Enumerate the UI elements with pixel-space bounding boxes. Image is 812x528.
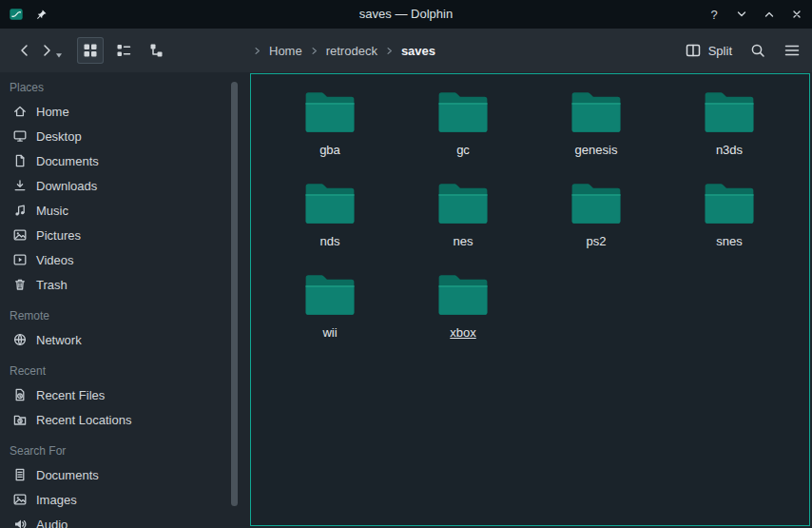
sidebar-item-label: Network	[36, 333, 82, 347]
breadcrumb-item[interactable]: saves	[401, 44, 435, 58]
home-icon	[12, 104, 28, 119]
folder-item[interactable]: genesis	[530, 89, 663, 181]
folder-view[interactable]: gba gc genesis n3ds	[250, 73, 810, 526]
sidebar-item-label: Recent Locations	[36, 413, 131, 427]
doc-search-icon	[12, 467, 28, 482]
dolphin-window: saves — Dolphin ? Home retrodeck	[0, 0, 812, 528]
split-button[interactable]: Split	[685, 42, 732, 59]
places-section: Remote Network	[0, 304, 228, 352]
places-section: Search For Documents Images	[0, 440, 228, 528]
chevron-right-icon	[310, 47, 319, 55]
sidebar-item[interactable]: Network	[0, 327, 228, 352]
folder-name: xbox	[450, 325, 475, 340]
sidebar-item[interactable]: Videos	[0, 247, 228, 272]
help-button[interactable]: ?	[706, 7, 722, 22]
folder-name: snes	[716, 234, 742, 248]
sidebar-item[interactable]: Home	[0, 99, 228, 124]
sidebar-item-label: Music	[36, 204, 68, 218]
sidebar-item[interactable]: Music	[0, 198, 228, 223]
trash-icon	[12, 277, 28, 292]
sidebar-item-label: Documents	[36, 468, 99, 482]
sidebar-scrollbar-thumb[interactable]	[231, 82, 238, 506]
folder-icon	[702, 89, 757, 135]
folder-name: n3ds	[716, 143, 743, 157]
window-title: saves — Dolphin	[0, 0, 812, 29]
folder-icon	[302, 181, 358, 226]
image-icon	[12, 492, 28, 507]
folder-item[interactable]: gba	[263, 89, 396, 181]
breadcrumb: Home retrodeck saves	[253, 29, 435, 72]
search-icon	[749, 42, 766, 59]
download-icon	[12, 178, 28, 193]
folder-icon	[702, 181, 757, 226]
toolbar: Home retrodeck saves Split	[0, 29, 812, 72]
places-section: Places Home Desktop	[0, 76, 228, 297]
history-dropdown-icon[interactable]	[54, 50, 64, 60]
sidebar-item[interactable]: Recent Locations	[0, 407, 228, 432]
sidebar-item-label: Audio	[36, 518, 68, 528]
folder-icon	[435, 272, 491, 318]
chevron-right-icon	[253, 47, 261, 55]
sidebar-item[interactable]: Audio	[0, 512, 228, 528]
folder-name: gba	[319, 143, 340, 157]
chevron-right-icon	[385, 47, 394, 55]
folder-name: nds	[320, 234, 340, 248]
audio-icon	[12, 517, 28, 528]
folder-name: gc	[456, 143, 470, 157]
sidebar-item-label: Trash	[36, 278, 68, 292]
section-title: Search For	[0, 440, 228, 462]
desktop-icon	[12, 128, 28, 144]
folder-item[interactable]: wii	[263, 272, 396, 363]
view-icons-button[interactable]	[77, 37, 104, 64]
folder-icon	[435, 181, 491, 226]
folder-item[interactable]: xbox	[396, 272, 530, 363]
folder-grid: gba gc genesis n3ds	[251, 74, 809, 363]
recent-locations-icon	[12, 412, 28, 427]
hamburger-icon	[783, 42, 801, 59]
sidebar-item[interactable]: Documents	[0, 462, 228, 487]
content: Places Home Desktop	[0, 72, 812, 528]
sidebar-item-label: Recent Files	[36, 388, 105, 402]
maximize-button[interactable]	[762, 7, 777, 22]
split-label: Split	[708, 44, 732, 58]
folder-item[interactable]: nes	[396, 181, 530, 272]
folder-item[interactable]: gc	[396, 89, 530, 181]
image-icon	[12, 227, 28, 243]
section-title: Places	[0, 76, 228, 99]
sidebar-item-label: Documents	[36, 154, 99, 168]
folder-item[interactable]: nds	[263, 181, 396, 272]
folder-item[interactable]: ps2	[530, 181, 663, 272]
sidebar-item[interactable]: Desktop	[0, 124, 228, 148]
view-details-button[interactable]	[144, 37, 170, 64]
folder-name: wii	[322, 325, 337, 340]
window-controls: ?	[706, 0, 804, 29]
sidebar-item[interactable]: Downloads	[0, 173, 228, 198]
minimize-button[interactable]	[734, 7, 749, 22]
sidebar-item[interactable]: Trash	[0, 272, 228, 297]
sidebar-item[interactable]: Pictures	[0, 223, 228, 247]
view-mode-group	[77, 37, 170, 64]
folder-icon	[435, 89, 491, 135]
sidebar-item[interactable]: Images	[0, 487, 228, 512]
sidebar-item-label: Downloads	[36, 179, 97, 193]
split-icon	[685, 42, 702, 59]
close-button[interactable]	[789, 7, 804, 22]
folder-name: genesis	[575, 143, 618, 157]
video-icon	[12, 252, 28, 267]
sidebar-item-label: Desktop	[36, 129, 82, 144]
breadcrumb-item[interactable]: retrodeck	[326, 44, 377, 58]
view-compact-button[interactable]	[110, 37, 137, 64]
sidebar-item[interactable]: Recent Files	[0, 382, 228, 407]
forward-button[interactable]	[38, 42, 64, 59]
menu-button[interactable]	[783, 42, 801, 59]
folder-item[interactable]: snes	[663, 181, 796, 272]
breadcrumb-item[interactable]: Home	[269, 44, 302, 58]
sidebar-item-label: Videos	[36, 253, 74, 267]
back-button[interactable]	[11, 37, 38, 64]
recent-files-icon	[12, 387, 28, 402]
folder-item[interactable]: n3ds	[663, 89, 796, 181]
sidebar-item[interactable]: Documents	[0, 148, 228, 173]
music-icon	[12, 203, 28, 218]
search-button[interactable]	[749, 42, 766, 59]
folder-name: nes	[454, 234, 474, 248]
